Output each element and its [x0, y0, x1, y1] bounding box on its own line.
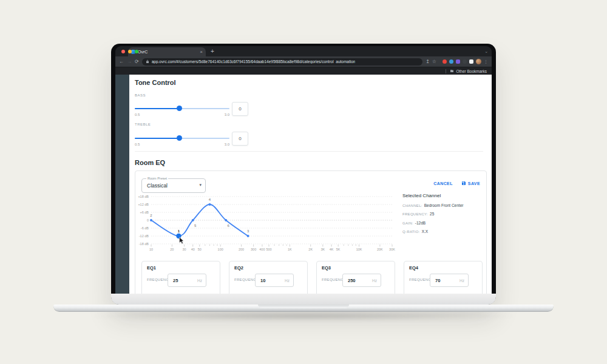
- treble-slider-thumb[interactable]: [177, 135, 182, 141]
- save-button[interactable]: SAVE: [461, 181, 480, 186]
- screen-bottom-bezel: [111, 294, 496, 305]
- laptop-screen: OvrC × + ⌄ ← → ⟳ app.ovrc.com/#/customer…: [111, 44, 496, 305]
- profile-avatar[interactable]: [476, 59, 481, 64]
- bass-value-box[interactable]: 0: [232, 102, 248, 116]
- treble-slider-fill: [135, 138, 179, 139]
- eq4-title: EQ4: [409, 265, 418, 271]
- extension-light-icon[interactable]: [469, 59, 473, 64]
- chrome-menu-icon[interactable]: ⋮: [484, 59, 488, 64]
- bass-slider-thumb[interactable]: [177, 106, 182, 111]
- room-eq-chart[interactable]: +18 dB+12 dB+6 dB0-6 dB-12 dB-18 dB10203…: [135, 192, 402, 254]
- reload-icon[interactable]: ⟳: [135, 59, 139, 64]
- browser-toolbar: ← → ⟳ app.ovrc.com/#/customers/5d8e76414…: [115, 56, 492, 67]
- treble-label: TREBLE: [135, 123, 151, 126]
- bookmarks-bar: Other Bookmarks: [115, 67, 492, 75]
- channel-label: CHANNEL:: [402, 204, 422, 207]
- lock-icon: [146, 59, 149, 64]
- toolbar-icons: ↥ ☆ ⋮: [426, 59, 488, 64]
- bass-slider[interactable]: [135, 106, 229, 112]
- back-icon[interactable]: ←: [119, 59, 124, 64]
- eq3-frequency-input[interactable]: 250 Hz: [342, 274, 381, 287]
- save-button-label: SAVE: [468, 181, 480, 186]
- page-body: Tone Control BASS 0.5 3.0 0 TREBLE: [129, 75, 492, 294]
- svg-text:-18 dB: -18 dB: [139, 242, 149, 246]
- svg-text:3: 3: [247, 229, 249, 233]
- extension-purple-icon[interactable]: [456, 59, 460, 64]
- new-tab-button[interactable]: +: [211, 49, 214, 55]
- room-preset-select[interactable]: Room Preset Classical ▾: [141, 178, 206, 193]
- tab-search-chevron-icon[interactable]: ⌄: [484, 49, 488, 54]
- room-preset-label: Room Preset: [146, 177, 168, 180]
- svg-text:10: 10: [149, 248, 153, 251]
- address-bar[interactable]: app.ovrc.com/#/customers/5d8e764140c1d63…: [142, 58, 422, 66]
- selected-channel-panel: Selected Channel CHANNEL: Bedroom Front …: [402, 193, 484, 234]
- browser-window: OvrC × + ⌄ ← → ⟳ app.ovrc.com/#/customer…: [115, 46, 492, 294]
- eq4-frequency-input[interactable]: 70 Hz: [430, 274, 469, 287]
- eq2-title: EQ2: [234, 265, 243, 271]
- url-text: app.ovrc.com/#/customers/5d8e764140c1d63…: [152, 59, 356, 64]
- treble-range-labels: 0.5 3.0: [135, 143, 229, 146]
- page-viewport: Tone Control BASS 0.5 3.0 0 TREBLE: [115, 75, 492, 294]
- channel-row: CHANNEL: Bedroom Front Center: [402, 203, 484, 207]
- q-ratio-label: Q-RATIO:: [402, 230, 420, 234]
- laptop-shadow: [85, 312, 522, 320]
- cancel-button[interactable]: CANCEL: [433, 181, 453, 186]
- eq2-card: EQ2 FREQUENCY 10 Hz Q-RATIO: [229, 261, 308, 294]
- laptop-notch: [258, 305, 349, 308]
- treble-slider[interactable]: [135, 135, 229, 141]
- extension-red-icon[interactable]: [443, 59, 447, 64]
- eq1-unit-label: Hz: [197, 278, 202, 283]
- svg-text:+18 dB: +18 dB: [138, 195, 149, 198]
- frequency-label: FREQUENCY:: [402, 212, 428, 216]
- eq-band-row: EQ1 FREQUENCY 25 Hz Q-RATIO EQ2: [141, 261, 483, 294]
- room-eq-title: Room EQ: [135, 159, 165, 166]
- forward-icon[interactable]: →: [127, 59, 132, 64]
- treble-value-box[interactable]: 0: [232, 132, 248, 146]
- section-divider: [135, 151, 483, 152]
- collapsed-sidebar[interactable]: [115, 75, 129, 294]
- gain-value: -12dB: [415, 221, 426, 225]
- frequency-row: FREQUENCY: 25: [402, 212, 484, 216]
- eq1-frequency-input[interactable]: 25 Hz: [168, 274, 206, 287]
- eq2-unit-label: Hz: [285, 278, 290, 283]
- svg-text:0: 0: [147, 218, 149, 222]
- bookmark-star-icon[interactable]: ☆: [432, 59, 436, 64]
- svg-text:100: 100: [218, 248, 223, 251]
- zoom-window-button[interactable]: [135, 50, 138, 53]
- svg-text:+6 dB: +6 dB: [140, 211, 149, 214]
- eq1-frequency-value: 25: [173, 278, 178, 283]
- svg-text:30: 30: [182, 248, 186, 251]
- q-ratio-row: Q-RATIO: X.X: [402, 229, 484, 234]
- svg-text:500: 500: [266, 248, 271, 251]
- frequency-value: 25: [430, 212, 434, 216]
- save-floppy-icon: [461, 181, 466, 186]
- treble-min-label: 0.5: [135, 143, 140, 146]
- svg-text:3K: 3K: [320, 248, 325, 251]
- bass-label: BASS: [135, 93, 146, 97]
- extension-blue-icon[interactable]: [449, 59, 453, 64]
- svg-text:200: 200: [239, 248, 244, 251]
- eq2-frequency-value: 10: [260, 278, 265, 283]
- gain-label: GAIN:: [402, 221, 413, 225]
- close-window-button[interactable]: [121, 50, 125, 53]
- other-bookmarks-label: Other Bookmarks: [456, 69, 487, 73]
- eq1-title: EQ1: [147, 265, 156, 271]
- tab-title: OvrC: [138, 50, 197, 54]
- svg-text:-12 dB: -12 dB: [139, 234, 149, 238]
- svg-text:1K: 1K: [288, 248, 292, 251]
- other-bookmarks-button[interactable]: Other Bookmarks: [446, 69, 487, 73]
- svg-text:20: 20: [170, 248, 174, 251]
- card-actions: CANCEL SAVE: [433, 181, 480, 186]
- browser-tab[interactable]: OvrC ×: [128, 47, 206, 56]
- tab-strip: OvrC × + ⌄: [115, 46, 492, 56]
- eq3-frequency-value: 250: [348, 278, 356, 283]
- extension-dark-icon[interactable]: [463, 59, 467, 64]
- eq2-frequency-input[interactable]: 10 Hz: [255, 274, 294, 287]
- share-icon[interactable]: ↥: [426, 59, 430, 64]
- svg-text:2K: 2K: [308, 248, 313, 251]
- tab-close-icon[interactable]: ×: [200, 50, 203, 55]
- eq1-card: EQ1 FREQUENCY 25 Hz Q-RATIO: [141, 261, 220, 294]
- minimize-window-button[interactable]: [128, 50, 132, 53]
- selected-channel-title: Selected Channel: [402, 193, 484, 198]
- svg-text:40: 40: [191, 248, 195, 251]
